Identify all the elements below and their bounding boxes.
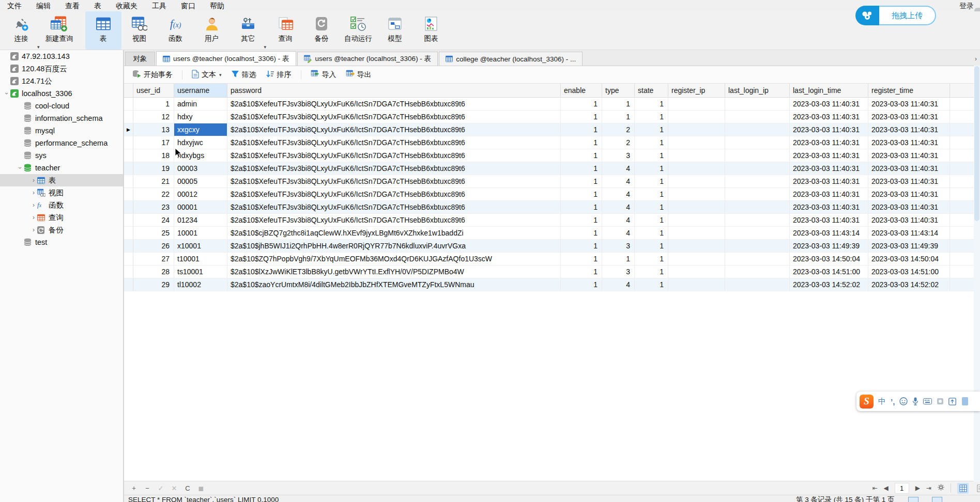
grid-cell-register_time[interactable]: 2023-03-03 11:40:31 bbox=[868, 175, 950, 187]
grid-cell-last_login_time[interactable]: 2023-03-03 11:49:39 bbox=[790, 240, 868, 252]
grid-cell-state[interactable]: 1 bbox=[635, 175, 668, 187]
grid-cell-state[interactable]: 1 bbox=[635, 111, 668, 123]
table-row[interactable]: 1admin$2a$10$XefeuTFJsv3bi8QLxyUxFuK6/Ic… bbox=[124, 98, 980, 111]
grid-cell-last_login_ip[interactable] bbox=[725, 253, 790, 265]
tree-chevron-icon[interactable]: › bbox=[3, 90, 10, 97]
grid-cell-last_login_ip[interactable] bbox=[725, 123, 790, 136]
grid-cell-enable[interactable]: 1 bbox=[561, 227, 602, 239]
grid-cell-register_ip[interactable] bbox=[668, 240, 725, 252]
menu-item[interactable]: 文件 bbox=[0, 0, 29, 11]
grid-cell-username[interactable]: x10001 bbox=[174, 240, 227, 252]
grid-cell-type[interactable]: 3 bbox=[602, 265, 635, 278]
grid-cell-state[interactable]: 1 bbox=[635, 253, 668, 265]
grid-cell-type[interactable]: 2 bbox=[602, 123, 635, 136]
ime-keyboard-icon[interactable] bbox=[923, 398, 932, 404]
grid-cell-type[interactable]: 4 bbox=[602, 162, 635, 175]
grid-cell-register_time[interactable]: 2023-03-03 11:40:31 bbox=[868, 162, 950, 175]
toolbar-button[interactable]: 其它 bbox=[230, 11, 266, 50]
grid-cell-username[interactable]: t10001 bbox=[174, 253, 227, 265]
grid-cell-last_login_time[interactable]: 2023-03-03 14:52:02 bbox=[790, 278, 868, 291]
grid-cell-register_time[interactable]: 2023-03-03 14:50:04 bbox=[868, 253, 950, 265]
grid-cell-password[interactable]: $2a$10$XefeuTFJsv3bi8QLxyUxFuK6/IctSn7DG… bbox=[227, 201, 561, 213]
grid-cell-type[interactable]: 4 bbox=[602, 175, 635, 187]
tree-chevron-icon[interactable]: › bbox=[30, 214, 37, 221]
grid-cell-password[interactable]: $2a$10$jhB5WIJ1i2QrhPbHH.4w8erR0RjQYR77b… bbox=[227, 240, 561, 252]
grid-cell-username[interactable]: hdxyjwc bbox=[174, 136, 227, 149]
grid-cell-username[interactable]: ts10001 bbox=[174, 265, 227, 278]
grid-cell-type[interactable]: 4 bbox=[602, 188, 635, 200]
grid-cell-register_time[interactable]: 2023-03-03 11:40:31 bbox=[868, 149, 950, 162]
grid-cell-state[interactable]: 1 bbox=[635, 136, 668, 149]
grid-cell-password[interactable]: $2a$10$XefeuTFJsv3bi8QLxyUxFuK6/IctSn7DG… bbox=[227, 98, 561, 110]
grid-cell-last_login_time[interactable]: 2023-03-03 11:40:31 bbox=[790, 201, 868, 213]
grid-cell-username[interactable]: 00001 bbox=[174, 201, 227, 213]
grid-cell-last_login_ip[interactable] bbox=[725, 201, 790, 213]
column-header-username[interactable]: username bbox=[174, 84, 227, 97]
grid-cell-last_login_ip[interactable] bbox=[725, 98, 790, 110]
grid-cell-password[interactable]: $2a$10$XefeuTFJsv3bi8QLxyUxFuK6/IctSn7DG… bbox=[227, 111, 561, 123]
grid-cell-user_id[interactable]: 18 bbox=[133, 149, 174, 162]
table-row[interactable]: 2200012$2a$10$XefeuTFJsv3bi8QLxyUxFuK6/I… bbox=[124, 188, 980, 201]
grid-cell-username[interactable]: tl10002 bbox=[174, 278, 227, 291]
table-row[interactable]: 17hdxyjwc$2a$10$XefeuTFJsv3bi8QLxyUxFuK6… bbox=[124, 136, 980, 149]
drag-upload-button[interactable]: 拖拽上传 bbox=[879, 6, 936, 25]
tab-table[interactable]: users @teacher (localhost_3306) - 表 bbox=[156, 51, 296, 66]
menu-item[interactable]: 工具 bbox=[145, 0, 174, 11]
grid-cell-user_id[interactable]: 13 bbox=[133, 123, 174, 136]
status-form-icon[interactable] bbox=[932, 497, 942, 502]
grid-cell-state[interactable]: 1 bbox=[635, 123, 668, 136]
column-header-last_login_ip[interactable]: last_login_ip bbox=[725, 84, 790, 97]
tree-item[interactable]: test bbox=[0, 236, 123, 248]
grid-cell-type[interactable]: 1 bbox=[602, 111, 635, 123]
grid-cell-enable[interactable]: 1 bbox=[561, 149, 602, 162]
grid-cell-register_time[interactable]: 2023-03-03 11:43:14 bbox=[868, 227, 950, 239]
grid-cell-password[interactable]: $2a$10$XefeuTFJsv3bi8QLxyUxFuK6/IctSn7DG… bbox=[227, 123, 561, 136]
table-row[interactable]: 26x10001$2a$10$jhB5WIJ1i2QrhPbHH.4w8erR0… bbox=[124, 240, 980, 253]
table-row[interactable]: 2300001$2a$10$XefeuTFJsv3bi8QLxyUxFuK6/I… bbox=[124, 201, 980, 214]
column-header-last_login_time[interactable]: last_login_time bbox=[790, 84, 868, 97]
table-row[interactable]: 27t10001$2a$10$ZQ7hPopbVgh9/7XbYqUmEOFMb… bbox=[124, 253, 980, 265]
column-header-user_id[interactable]: user_id bbox=[133, 84, 174, 97]
grid-cell-enable[interactable]: 1 bbox=[561, 278, 602, 291]
grid-cell-enable[interactable]: 1 bbox=[561, 240, 602, 252]
grid-cell-enable[interactable]: 1 bbox=[561, 201, 602, 213]
tree-item[interactable]: 47.92.103.143 bbox=[0, 50, 123, 62]
grid-cell-state[interactable]: 1 bbox=[635, 240, 668, 252]
grid-cell-user_id[interactable]: 26 bbox=[133, 240, 174, 252]
grid-cell-register_ip[interactable] bbox=[668, 98, 725, 110]
grid-cell-register_ip[interactable] bbox=[668, 123, 725, 136]
tree-chevron-icon[interactable]: › bbox=[30, 226, 37, 233]
filter-button[interactable]: 筛选 bbox=[228, 68, 259, 81]
tree-item[interactable]: 120.48百度云 bbox=[0, 62, 123, 75]
column-header-type[interactable]: type bbox=[602, 84, 635, 97]
grid-cell-last_login_time[interactable]: 2023-03-03 11:40:31 bbox=[790, 136, 868, 149]
baidu-netdisk-widget[interactable]: 拖拽上传 bbox=[855, 6, 936, 25]
tree-chevron-icon[interactable]: › bbox=[30, 177, 37, 184]
dropdown-caret-icon[interactable]: ▾ bbox=[264, 44, 267, 50]
grid-cell-state[interactable]: 1 bbox=[635, 214, 668, 226]
grid-cell-username[interactable]: 01234 bbox=[174, 214, 227, 226]
tree-item[interactable]: ›视图 bbox=[0, 186, 123, 199]
tree-item[interactable]: ›备份 bbox=[0, 224, 123, 236]
grid-cell-enable[interactable]: 1 bbox=[561, 136, 602, 149]
grid-cell-enable[interactable]: 1 bbox=[561, 253, 602, 265]
column-header-enable[interactable]: enable bbox=[561, 84, 602, 97]
form-view-button[interactable] bbox=[975, 483, 980, 494]
grid-cell-register_time[interactable]: 2023-03-03 14:51:00 bbox=[868, 265, 950, 278]
toolbar-button[interactable]: 模型 bbox=[377, 11, 413, 50]
last-page-icon[interactable]: ⇥ bbox=[926, 484, 931, 492]
menu-item[interactable]: 编辑 bbox=[29, 0, 58, 11]
first-page-icon[interactable]: ⇤ bbox=[872, 484, 877, 492]
table-row[interactable]: 2100005$2a$10$XefeuTFJsv3bi8QLxyUxFuK6/I… bbox=[124, 175, 980, 188]
status-grid-icon[interactable] bbox=[908, 497, 918, 502]
grid-cell-username[interactable]: hdxy bbox=[174, 111, 227, 123]
grid-cell-last_login_time[interactable]: 2023-03-03 11:40:31 bbox=[790, 123, 868, 136]
grid-cell-username[interactable]: 10001 bbox=[174, 227, 227, 239]
grid-cell-password[interactable]: $2a$10$XefeuTFJsv3bi8QLxyUxFuK6/IctSn7DG… bbox=[227, 136, 561, 149]
grid-cell-last_login_ip[interactable] bbox=[725, 240, 790, 252]
tree-chevron-icon[interactable]: › bbox=[30, 201, 37, 209]
tab-table[interactable]: college @teacher (localhost_3306) - ... bbox=[439, 52, 583, 66]
grid-cell-enable[interactable]: 1 bbox=[561, 111, 602, 123]
grid-cell-username[interactable]: 00003 bbox=[174, 162, 227, 175]
menu-item[interactable]: 收藏夹 bbox=[109, 0, 145, 11]
